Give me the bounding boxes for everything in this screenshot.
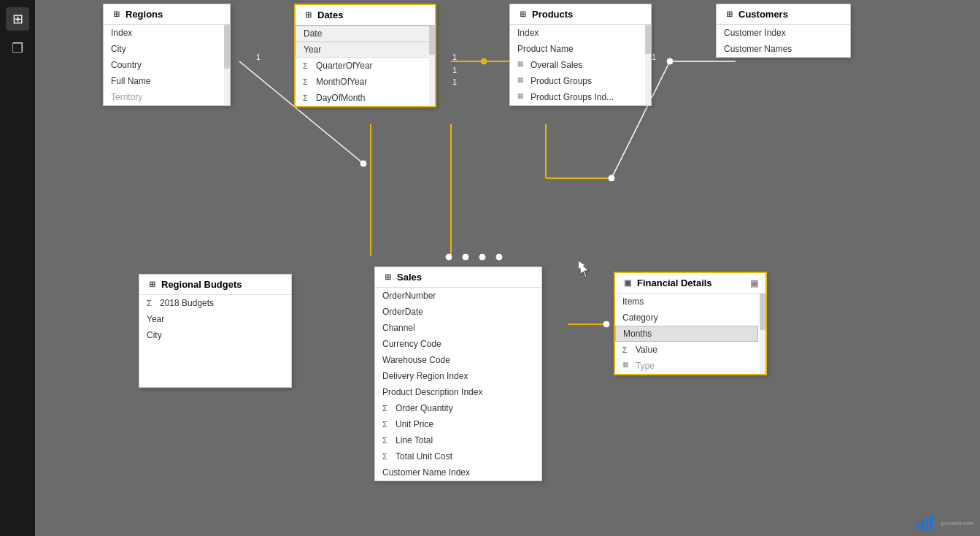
field-row: City <box>139 327 291 343</box>
field-row: Customer Index <box>717 25 850 41</box>
financial-details-header: ▣ Financial Details ▣ <box>615 273 765 294</box>
field-row: ΣMonthOfYear <box>296 74 435 90</box>
table-icon: ⊞ <box>517 9 528 20</box>
field-row: Currency Code <box>375 336 541 352</box>
svg-text:1: 1 <box>452 77 457 86</box>
sigma-icon: Σ <box>147 299 157 307</box>
svg-rect-28 <box>925 518 928 530</box>
table-icon: ⊞ <box>147 280 157 290</box>
svg-point-21 <box>496 254 502 260</box>
field-row: Product Description Index <box>375 384 541 400</box>
grid-icon[interactable]: ⊞ <box>6 7 29 31</box>
scrollbar[interactable] <box>429 26 435 106</box>
watermark-text: powerbi.com <box>941 520 974 527</box>
chart-icon: ▦ <box>517 92 528 102</box>
field-row: Warehouse Code <box>375 352 541 368</box>
field-row: Items <box>615 294 758 310</box>
field-row: Σ2018 Budgets <box>139 295 291 311</box>
field-row: Channel <box>375 320 541 336</box>
scrollbar-thumb[interactable] <box>429 26 435 55</box>
svg-point-8 <box>609 175 614 181</box>
field-row: OrderNumber <box>375 288 541 304</box>
products-header: ⊞ Products <box>510 4 651 25</box>
sales-title: Sales <box>397 272 422 283</box>
field-row: ΣDayOfMonth <box>296 90 435 106</box>
field-row: ▦Overall Sales <box>510 57 651 73</box>
field-row: Year <box>139 311 291 327</box>
sigma-icon: Σ <box>303 77 313 86</box>
scrollbar[interactable] <box>760 294 765 374</box>
field-row: Category <box>615 310 758 326</box>
cursor <box>579 261 593 276</box>
dates-title: Dates <box>317 9 343 20</box>
sigma-icon: Σ <box>303 93 313 102</box>
sidebar: ⊞ ❐ <box>0 0 35 536</box>
scrollbar-thumb[interactable] <box>645 25 651 54</box>
field-row: ΣUnit Price <box>375 416 541 432</box>
field-row: ΣLine Total <box>375 432 541 448</box>
field-row: ▦Product Groups Ind... <box>510 89 651 105</box>
field-row: Year <box>296 42 435 58</box>
sales-header: ⊞ Sales <box>375 267 541 288</box>
customers-table: ⊞ Customers Customer Index Customer Name… <box>716 4 851 58</box>
chart-icon: ▦ <box>517 76 528 86</box>
scrollbar[interactable] <box>224 25 230 105</box>
scrollbar-thumb[interactable] <box>760 294 765 330</box>
watermark: powerbi.com <box>917 516 974 530</box>
customers-title: Customers <box>738 9 788 20</box>
svg-text:1: 1 <box>652 53 656 61</box>
svg-point-5 <box>481 58 487 64</box>
regions-table: ⊞ Regions Index City Country Full Name T… <box>103 4 231 106</box>
regional-budgets-header: ⊞ Regional Budgets <box>139 275 291 295</box>
field-row: Product Name <box>510 41 651 57</box>
products-title: Products <box>532 9 573 20</box>
regional-budgets-title: Regional Budgets <box>161 279 242 290</box>
svg-point-19 <box>463 254 468 260</box>
sigma-icon: Σ <box>382 452 393 461</box>
svg-point-23 <box>603 321 609 327</box>
regions-body: Index City Country Full Name Territory <box>104 25 230 105</box>
layout-icon[interactable]: ❐ <box>6 37 29 60</box>
collapse-icon[interactable]: ▣ <box>750 278 758 288</box>
svg-text:1: 1 <box>452 66 457 74</box>
products-table: ⊞ Products Index Product Name ▦Overall S… <box>509 4 652 106</box>
regions-title: Regions <box>126 9 163 20</box>
regions-header: ⊞ Regions <box>104 4 230 25</box>
canvas: 1 1 1 1 1 1 * ⊞ Regions Index City C <box>35 0 980 536</box>
financial-details-body: Items Category Months ΣValue ▦Type <box>615 294 765 374</box>
field-row: Country <box>104 57 230 73</box>
sigma-icon: Σ <box>622 345 633 354</box>
field-row: Customer Name Index <box>375 464 541 481</box>
svg-text:1: 1 <box>256 53 261 61</box>
sales-body: OrderNumber OrderDate Channel Currency C… <box>375 288 541 481</box>
dates-table: ⊞ Dates Date Year ΣQuarterOfYear ΣMonthO… <box>294 4 436 107</box>
financial-details-table: ▣ Financial Details ▣ Items Category Mon… <box>614 272 767 375</box>
scrollbar[interactable] <box>645 25 651 105</box>
table-icon: ⊞ <box>111 9 121 20</box>
table-icon: ⊞ <box>382 272 393 283</box>
sales-table: ⊞ Sales OrderNumber OrderDate Channel Cu… <box>374 267 542 481</box>
dates-body: Date Year ΣQuarterOfYear ΣMonthOfYear ΣD… <box>296 26 435 106</box>
table-icon: ▣ <box>622 278 633 288</box>
months-field-row: Months <box>615 326 758 342</box>
field-row: ΣOrder Quantity <box>375 400 541 416</box>
financial-details-title: Financial Details <box>637 277 712 288</box>
field-row: Delivery Region Index <box>375 368 541 384</box>
regional-budgets-body: Σ2018 Budgets Year City <box>139 295 291 343</box>
chart-icon: ▦ <box>622 361 633 371</box>
field-row: Customer Names <box>717 41 850 57</box>
svg-point-11 <box>667 58 673 64</box>
sigma-icon: Σ <box>382 436 393 445</box>
field-row: Index <box>104 25 230 41</box>
chart-icon: ▦ <box>517 60 528 70</box>
field-row: City <box>104 41 230 57</box>
svg-rect-29 <box>930 516 933 530</box>
customers-header: ⊞ Customers <box>717 4 850 25</box>
field-row: Territory <box>104 89 230 105</box>
regional-budgets-table: ⊞ Regional Budgets Σ2018 Budgets Year Ci… <box>139 274 292 388</box>
scrollbar-thumb[interactable] <box>224 25 230 69</box>
sigma-icon: Σ <box>382 404 393 413</box>
svg-point-20 <box>479 254 485 260</box>
field-row: ▦Type <box>615 358 758 374</box>
svg-marker-25 <box>580 263 589 277</box>
